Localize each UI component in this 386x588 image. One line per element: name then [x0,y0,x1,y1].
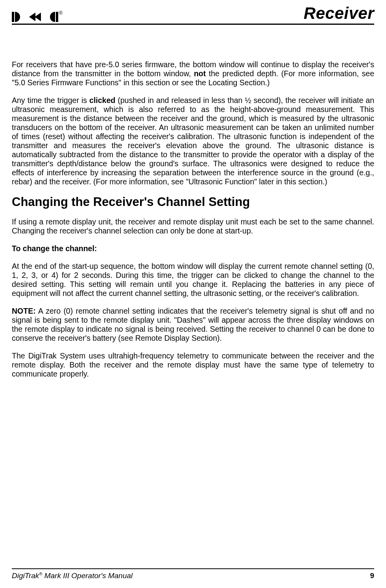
dci-logo: ® [12,11,63,23]
paragraph-startup-sequence: At the end of the start-up sequence, the… [12,262,374,298]
text: A zero (0) remote channel setting indica… [12,307,374,342]
text: (pushed in and released in less than ½ s… [12,96,374,186]
svg-rect-1 [56,12,58,22]
paragraph-firmware: For receivers that have pre-5.0 series f… [12,60,374,87]
heading-changing-channel: Changing the Receiver's Channel Setting [12,195,374,209]
footer-left: DigiTrak® Mark III Operator's Manual [12,571,133,580]
svg-rect-0 [12,12,14,22]
text: Any time the trigger is [12,96,89,105]
page: ® Receiver For receivers that have pre-5… [0,0,386,588]
paragraph-trigger: Any time the trigger is clicked (pushed … [12,96,374,186]
text-bold-note: NOTE: [12,307,36,315]
paragraph-remote-display: If using a remote display unit, the rece… [12,217,374,235]
text-bold-not: not [194,69,206,78]
subheading-to-change: To change the channel: [12,244,374,253]
paragraph-note: NOTE: A zero (0) remote channel setting … [12,307,374,343]
paragraph-digitrak-telemetry: The DigiTrak System uses ultrahigh-frequ… [12,351,374,379]
section-title: Receiver [304,4,374,23]
content-body: For receivers that have pre-5.0 series f… [12,25,374,379]
page-number: 9 [370,571,374,580]
page-header: ® Receiver [12,4,374,25]
footer-product: DigiTrak [12,571,39,580]
text-bold-clicked: clicked [89,96,115,105]
footer-manual: Mark III Operator's Manual [42,571,133,580]
dci-logo-icon [12,11,58,23]
registered-mark: ® [59,10,63,16]
page-footer: DigiTrak® Mark III Operator's Manual 9 [12,568,374,580]
